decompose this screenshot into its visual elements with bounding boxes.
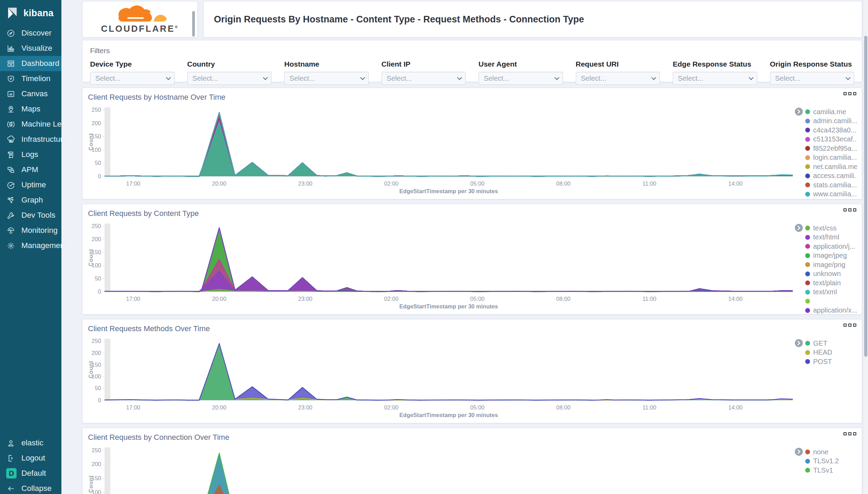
registered-mark: ® xyxy=(175,25,179,29)
sidebar-item-label: Discover xyxy=(21,29,52,38)
origin-response-status-select[interactable]: Select... xyxy=(770,72,855,85)
panel-options-icon[interactable] xyxy=(844,208,856,211)
legend-item-application-j[interactable]: application/j... xyxy=(805,242,857,251)
svg-text:250: 250 xyxy=(91,107,101,113)
sidebar-item-dev-tools[interactable]: Dev Tools xyxy=(0,208,61,223)
client-ip-select[interactable]: Select... xyxy=(382,72,466,85)
kibana-logo[interactable]: kibana xyxy=(0,0,61,26)
sidebar-item-default[interactable]: DDefault xyxy=(0,466,61,481)
sidebar-item-visualize[interactable]: Visualize xyxy=(0,41,61,56)
svg-text:EdgeStartTimestamp per 30 minu: EdgeStartTimestamp per 30 minutes xyxy=(400,188,498,194)
sidebar-item-maps[interactable]: Maps xyxy=(0,101,61,117)
sidebar-item-logout[interactable]: Logout xyxy=(0,451,61,466)
legend-item-c4ca4238a0[interactable]: c4ca4238a0... xyxy=(805,126,857,135)
sidebar-item-uptime[interactable]: Uptime xyxy=(0,177,61,192)
filter-group-edge-response-status: Edge Response StatusSelect... xyxy=(673,60,757,85)
sidebar-item-canvas[interactable]: Canvas xyxy=(0,86,61,101)
legend-item-unknown[interactable]: unknown xyxy=(805,269,857,279)
country-select[interactable]: Select... xyxy=(187,72,272,85)
sidebar-item-label: Canvas xyxy=(21,89,48,98)
legend-item-text-css[interactable]: text/css xyxy=(805,224,857,233)
sidebar-item-elastic[interactable]: elastic xyxy=(0,435,61,451)
page-scrollbar[interactable] xyxy=(863,0,868,494)
chart-legend: noneTLSv1.2TLSv1 xyxy=(795,443,857,494)
hostname-select[interactable]: Select... xyxy=(284,72,369,85)
legend-item-post[interactable]: POST xyxy=(805,357,832,366)
legend-item-none[interactable]: none xyxy=(805,447,839,457)
sidebar: kibana DiscoverVisualizeDashboardTimelio… xyxy=(0,0,61,494)
legend-item-application-x[interactable]: application/x... xyxy=(805,306,857,315)
legend-color-dot xyxy=(805,271,810,276)
legend-item-stats-camilia[interactable]: stats.camilia.... xyxy=(805,180,857,190)
request-uri-select[interactable]: Select... xyxy=(576,72,660,85)
svg-text:08:00: 08:00 xyxy=(556,296,570,302)
sidebar-item-logs[interactable]: Logs xyxy=(0,147,61,162)
sidebar-item-infrastructure[interactable]: Infrastructure xyxy=(0,132,61,147)
filter-group-user-agent: User AgentSelect... xyxy=(479,60,563,85)
dashboard-grid-icon xyxy=(6,59,16,68)
svg-text:250: 250 xyxy=(91,447,101,453)
logo-panel-scrollbar[interactable] xyxy=(192,11,195,37)
legend-color-dot xyxy=(805,253,810,258)
panel-options-icon[interactable] xyxy=(844,432,856,435)
panel-options-icon[interactable] xyxy=(844,324,856,327)
chart-plot: 05010015020025017:0020:0023:0002:0005:00… xyxy=(87,103,795,195)
legend-item-camilia-me[interactable]: camilia.me xyxy=(805,107,857,117)
cloudflare-logo-panel: CLOUDFLARE® xyxy=(82,1,198,38)
legend-label: unknown xyxy=(813,270,841,278)
svg-text:08:00: 08:00 xyxy=(556,404,570,411)
legend-expand-icon[interactable] xyxy=(795,448,803,456)
legend-item-get[interactable]: GET xyxy=(805,339,832,348)
legend-color-dot xyxy=(805,244,810,249)
sidebar-item-label: Default xyxy=(21,469,46,478)
user-agent-select[interactable]: Select... xyxy=(479,72,563,85)
legend-expand-icon[interactable] xyxy=(795,108,803,116)
sidebar-item-label: elastic xyxy=(21,438,43,447)
sidebar-item-timelion[interactable]: Timelion xyxy=(0,71,61,86)
svg-text:05:00: 05:00 xyxy=(470,180,484,187)
panel-options-icon[interactable] xyxy=(844,92,856,95)
select-placeholder: Select... xyxy=(678,74,703,82)
legend-item-head[interactable]: HEAD xyxy=(805,348,832,357)
legend-item-f8522ebf95a[interactable]: f8522ebf95a... xyxy=(805,144,857,153)
legend-item-c513153ecaf[interactable]: c513153ecaf... xyxy=(805,135,857,144)
legend-item-tlsv1-2[interactable]: TLSv1.2 xyxy=(805,457,839,466)
sidebar-item-dashboard[interactable]: Dashboard xyxy=(0,56,61,71)
arrow-left-icon xyxy=(6,484,16,493)
select-placeholder: Select... xyxy=(193,74,218,82)
chart-canvas: 05010015020025017:0020:0023:0002:0005:00… xyxy=(87,103,795,195)
page-scrollbar-thumb[interactable] xyxy=(864,36,867,357)
legend-item-admin-camili[interactable]: admin.camili... xyxy=(805,117,857,126)
sidebar-item-apm[interactable]: APM xyxy=(0,162,61,177)
legend-item-item[interactable] xyxy=(805,297,857,306)
legend-item-login-camilia[interactable]: login.camilia... xyxy=(805,153,857,162)
legend-expand-icon[interactable] xyxy=(795,224,803,232)
sidebar-item-management[interactable]: Management xyxy=(0,238,61,253)
device-type-select[interactable]: Select... xyxy=(90,72,175,85)
legend-item-text-html[interactable]: text/html xyxy=(805,233,857,242)
legend-label: application/x... xyxy=(813,306,857,314)
svg-text:EdgeStartTimestamp per 30 minu: EdgeStartTimestamp per 30 minutes xyxy=(400,412,498,418)
svg-text:02:00: 02:00 xyxy=(384,180,398,187)
legend-label: c4ca4238a0... xyxy=(813,126,857,134)
sidebar-item-label: Uptime xyxy=(21,180,46,189)
svg-text:EdgeStartTimestamp per 30 minu: EdgeStartTimestamp per 30 minutes xyxy=(400,303,498,309)
legend-expand-icon[interactable] xyxy=(795,339,803,347)
sidebar-item-collapse[interactable]: Collapse xyxy=(0,481,61,494)
legend-item-text-plain[interactable]: text/plain xyxy=(805,278,857,288)
legend-item-tlsv1[interactable]: TLSv1 xyxy=(805,466,839,475)
chart-legend: text/csstext/htmlapplication/j...image/j… xyxy=(795,219,857,310)
legend-item-access-camili[interactable]: access.camili... xyxy=(805,171,857,181)
edge-response-status-select[interactable]: Select... xyxy=(673,72,757,85)
legend-item-image-jpeg[interactable]: image/jpeg xyxy=(805,251,857,260)
legend-item-image-png[interactable]: image/png xyxy=(805,260,857,269)
sidebar-item-graph[interactable]: Graph xyxy=(0,192,61,208)
sidebar-item-label: APM xyxy=(21,165,38,174)
sidebar-item-machine-le[interactable]: Machine Le... xyxy=(0,117,61,132)
sidebar-item-discover[interactable]: Discover xyxy=(0,26,61,41)
legend-label: none xyxy=(813,448,829,456)
legend-item-net-camilia-me[interactable]: net.camilia.me xyxy=(805,162,857,171)
legend-item-www-camilia[interactable]: www.camilia... xyxy=(805,190,857,199)
legend-item-text-xml[interactable]: text/xml xyxy=(805,288,857,297)
sidebar-item-monitoring[interactable]: Monitoring xyxy=(0,223,61,238)
